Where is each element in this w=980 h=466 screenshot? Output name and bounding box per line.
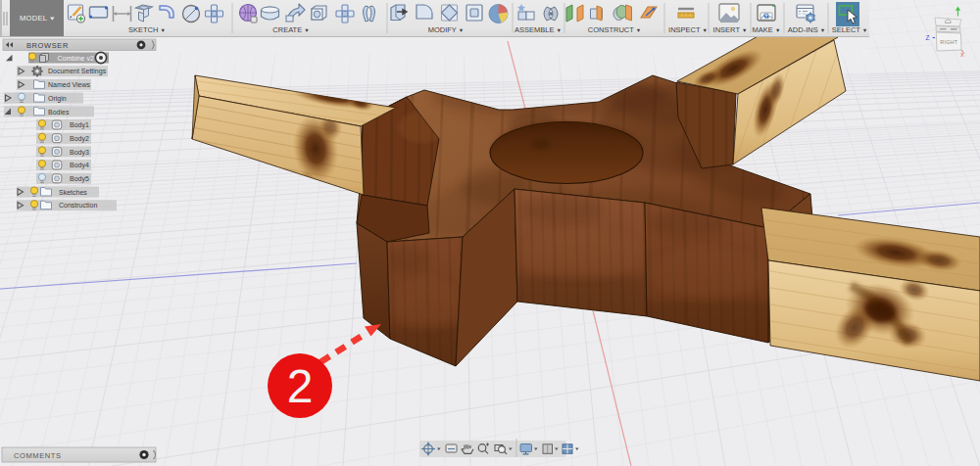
svg-text:MODIFY ▼: MODIFY ▼ bbox=[428, 25, 465, 34]
svg-text:CONSTRUCT ▼: CONSTRUCT ▼ bbox=[588, 25, 641, 34]
svg-text:Body4: Body4 bbox=[70, 162, 89, 169]
svg-text:Combine v2: Combine v2 bbox=[58, 55, 94, 62]
svg-text:INSPECT ▼: INSPECT ▼ bbox=[668, 25, 708, 34]
svg-text:SELECT ▼: SELECT ▼ bbox=[832, 25, 868, 34]
svg-text:2: 2 bbox=[287, 360, 314, 412]
svg-text:ADD-INS ▼: ADD-INS ▼ bbox=[788, 25, 825, 34]
svg-text:Sketches: Sketches bbox=[59, 189, 87, 196]
svg-text:Bodies: Bodies bbox=[48, 109, 70, 116]
svg-text:CREATE ▼: CREATE ▼ bbox=[272, 25, 309, 34]
svg-text:Origin: Origin bbox=[48, 95, 67, 103]
svg-text:RIGHT: RIGHT bbox=[940, 39, 957, 45]
svg-text:COMMENTS: COMMENTS bbox=[14, 451, 62, 460]
svg-text:Body3: Body3 bbox=[70, 149, 89, 157]
svg-text:INSERT ▼: INSERT ▼ bbox=[713, 25, 748, 34]
svg-text:Body2: Body2 bbox=[70, 135, 89, 143]
svg-text:Body5: Body5 bbox=[70, 175, 89, 183]
svg-text:Named Views: Named Views bbox=[48, 81, 91, 88]
svg-text:Body1: Body1 bbox=[70, 121, 89, 129]
svg-text:BROWSER: BROWSER bbox=[26, 41, 69, 50]
svg-text:Construction: Construction bbox=[59, 202, 97, 209]
svg-text:ASSEMBLE ▼: ASSEMBLE ▼ bbox=[514, 25, 562, 34]
svg-text:MAKE ▼: MAKE ▼ bbox=[753, 25, 781, 34]
svg-text:Document Settings: Document Settings bbox=[48, 68, 107, 75]
